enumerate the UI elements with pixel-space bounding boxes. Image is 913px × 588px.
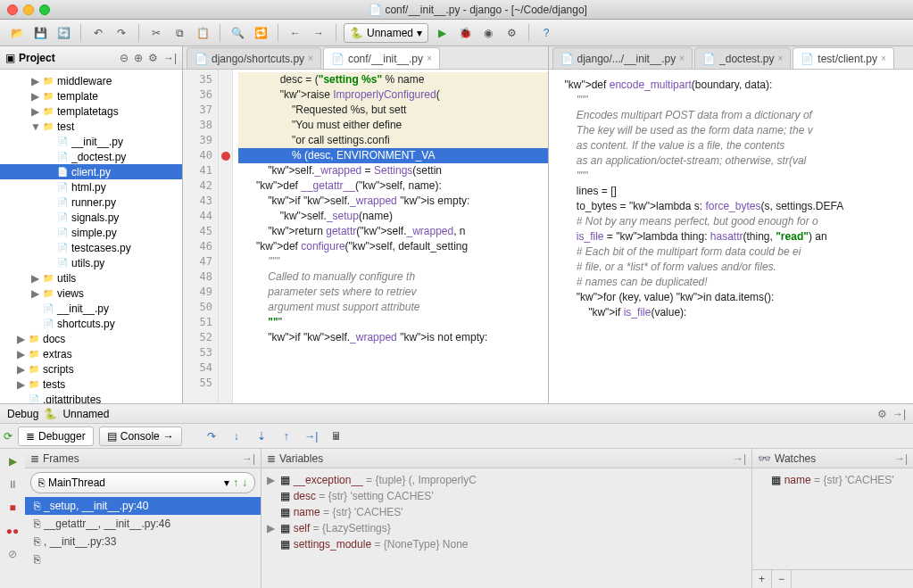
coverage-icon[interactable]: ◉ <box>478 23 498 43</box>
close-icon[interactable] <box>7 4 18 15</box>
profile-icon[interactable]: ⚙ <box>502 23 521 43</box>
hide-icon[interactable]: →| <box>892 408 906 420</box>
step-over-icon[interactable]: ↷ <box>202 427 221 446</box>
open-icon[interactable]: 📂 <box>7 23 27 43</box>
run-config-combo[interactable]: 🐍 Unnamed ▾ <box>344 23 428 43</box>
step-out-icon[interactable]: ↑ <box>277 427 296 446</box>
copy-icon[interactable]: ⧉ <box>170 23 189 43</box>
step-into-my-icon[interactable]: ⇣ <box>252 427 271 446</box>
find-icon[interactable]: 🔍 <box>228 23 247 43</box>
tree-item[interactable]: ▶📁template <box>0 88 182 104</box>
hide-icon[interactable]: →| <box>242 452 255 465</box>
add-watch-icon[interactable]: + <box>752 570 772 588</box>
sync-icon[interactable]: 🔄 <box>54 23 73 43</box>
variable-row[interactable]: ▦ name = {str} 'CACHES' <box>758 472 908 488</box>
tree-item[interactable]: ▶📁views <box>0 286 182 301</box>
collapse-icon[interactable]: ⊖ <box>120 52 129 64</box>
step-into-icon[interactable]: ↓ <box>227 427 246 446</box>
hide-icon[interactable]: →| <box>163 52 177 64</box>
tree-item[interactable]: 📄.gitattributes <box>0 392 182 403</box>
undo-icon[interactable]: ↶ <box>88 23 108 43</box>
tree-item[interactable]: 📄__init__.py <box>0 301 182 316</box>
watch-list[interactable]: ▦ name = {str} 'CACHES' <box>752 468 913 523</box>
variable-row[interactable]: ▶ ▦ self = {LazySettings} <box>267 520 746 536</box>
project-tree[interactable]: ▶📁middleware▶📁template▶📁templatetags▼📁te… <box>0 70 182 403</box>
paste-icon[interactable]: 📋 <box>193 23 212 43</box>
close-icon[interactable]: × <box>308 54 313 63</box>
evaluate-icon[interactable]: 🖩 <box>327 427 346 446</box>
stop-icon[interactable]: ■ <box>4 499 21 517</box>
resume-icon[interactable]: ▶ <box>4 452 21 470</box>
tree-item[interactable]: ▶📁utils <box>0 270 182 286</box>
sidebar-title[interactable]: Project <box>19 52 55 64</box>
tree-item[interactable]: ▶📁tests <box>0 377 182 392</box>
frame-row[interactable]: ⎘ <box>25 551 261 568</box>
maximize-icon[interactable] <box>39 4 50 15</box>
right-editor[interactable]: "kw">def encode_multipart(boundary, data… <box>549 70 914 403</box>
editor-tab[interactable]: 📄django/.../__init__.py× <box>552 47 693 69</box>
save-icon[interactable]: 💾 <box>30 23 50 43</box>
run-icon[interactable]: ▶ <box>432 23 452 43</box>
tree-item[interactable]: 📄__init__.py <box>0 134 182 149</box>
variable-list[interactable]: ▶ ▦ __exception__ = {tuple} (, Improperl… <box>261 468 751 588</box>
editor-tab[interactable]: 📄django/shortcuts.py× <box>187 47 321 69</box>
editor-tab[interactable]: 📄test/client.py× <box>793 47 894 69</box>
run-to-cursor-icon[interactable]: →| <box>302 427 321 446</box>
hide-icon[interactable]: →| <box>894 452 908 465</box>
close-icon[interactable]: × <box>777 54 783 63</box>
remove-watch-icon[interactable]: − <box>772 570 792 588</box>
close-icon[interactable]: × <box>881 54 886 63</box>
pause-icon[interactable]: ⏸ <box>4 476 21 493</box>
tree-item[interactable]: 📄utils.py <box>0 255 182 270</box>
close-icon[interactable]: × <box>679 54 685 63</box>
thread-selector[interactable]: ⎘ MainThread ▾ ↑ ↓ <box>30 472 255 493</box>
forward-icon[interactable]: → <box>309 23 328 43</box>
left-gutter[interactable]: 3536373839404142434445464748495051525354… <box>183 70 219 403</box>
tree-item[interactable]: 📄html.py <box>0 179 182 195</box>
help-icon[interactable]: ? <box>536 23 556 43</box>
frame-list[interactable]: ⎘_setup, __init__.py:40⎘__getattr__, __i… <box>25 497 261 588</box>
gear-icon[interactable]: ⚙ <box>148 52 158 64</box>
variable-row[interactable]: ▦ desc = {str} 'setting CACHES' <box>267 488 746 504</box>
mute-breakpoints-icon[interactable]: ⊘ <box>4 545 21 563</box>
tree-item[interactable]: ▼📁test <box>0 119 182 134</box>
tree-item[interactable]: 📄client.py <box>0 164 182 179</box>
tree-item[interactable]: 📄shortcuts.py <box>0 316 182 331</box>
editor-tab[interactable]: 📄conf/__init__.py× <box>323 47 440 69</box>
frame-row[interactable]: ⎘_setup, __init__.py:40 <box>25 497 261 515</box>
tree-item[interactable]: ▶📁templatetags <box>0 104 182 119</box>
frame-row[interactable]: ⎘, __init__.py:33 <box>25 533 261 551</box>
tree-item[interactable]: 📄simple.py <box>0 225 182 240</box>
tree-item[interactable]: 📄_doctest.py <box>0 149 182 164</box>
hide-icon[interactable]: →| <box>733 452 746 465</box>
gear-icon[interactable]: ⚙ <box>877 408 887 420</box>
editor-tab[interactable]: 📄_doctest.py× <box>694 47 791 69</box>
resume-icon[interactable]: ⟳ <box>4 430 12 443</box>
tree-item[interactable]: 📄runner.py <box>0 195 182 210</box>
cut-icon[interactable]: ✂ <box>146 23 166 43</box>
debug-icon[interactable]: 🐞 <box>455 23 475 43</box>
left-editor[interactable]: desc = ("setting %s" % name "kw">raise I… <box>233 70 548 403</box>
breakpoint-gutter[interactable] <box>219 70 233 403</box>
frame-row[interactable]: ⎘__getattr__, __init__.py:46 <box>25 515 261 533</box>
target-icon[interactable]: ⊕ <box>134 52 143 64</box>
tree-item[interactable]: ▶📁middleware <box>0 73 182 88</box>
tree-item[interactable]: ▶📁scripts <box>0 361 182 377</box>
next-frame-icon[interactable]: ↓ <box>242 476 247 489</box>
variable-row[interactable]: ▶ ▦ __exception__ = {tuple} (, Improperl… <box>267 472 746 488</box>
tree-item[interactable]: 📄testcases.py <box>0 240 182 255</box>
view-breakpoints-icon[interactable]: ●● <box>4 522 21 540</box>
tree-item[interactable]: ▶📁docs <box>0 331 182 346</box>
close-icon[interactable]: × <box>427 54 432 63</box>
tab-console[interactable]: ▤ Console → <box>99 427 182 446</box>
tree-item[interactable]: ▶📁extras <box>0 346 182 361</box>
prev-frame-icon[interactable]: ↑ <box>233 476 238 489</box>
minimize-icon[interactable] <box>23 4 34 15</box>
variable-row[interactable]: ▦ settings_module = {NoneType} None <box>267 536 746 552</box>
tab-debugger[interactable]: ≣ Debugger <box>18 427 94 446</box>
redo-icon[interactable]: ↷ <box>112 23 131 43</box>
variable-row[interactable]: ▦ name = {str} 'CACHES' <box>267 504 746 520</box>
back-icon[interactable]: ← <box>286 23 305 43</box>
tree-item[interactable]: 📄signals.py <box>0 210 182 225</box>
replace-icon[interactable]: 🔁 <box>251 23 270 43</box>
